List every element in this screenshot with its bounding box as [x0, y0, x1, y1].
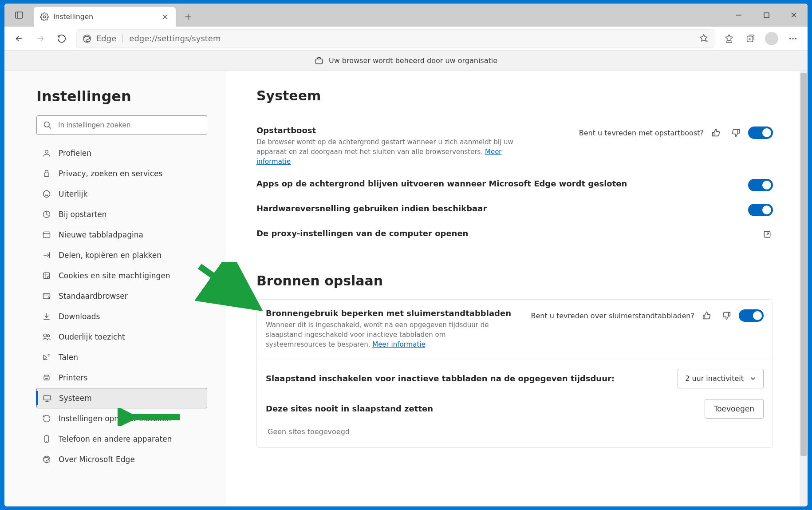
nav-icon: 字	[42, 353, 51, 362]
maximize-button[interactable]	[753, 4, 780, 27]
section-heading-resources: Bronnen opslaan	[256, 273, 773, 289]
sidebar-item[interactable]: Instellingen opnieuw instellen	[36, 408, 207, 429]
sidebar-item[interactable]: Bij opstarten	[36, 204, 207, 225]
gear-icon	[40, 12, 49, 21]
thumbs-down-button[interactable]	[729, 126, 743, 140]
sidebar-item[interactable]: 字Talen	[36, 347, 207, 368]
settings-sidebar: Instellingen ProfielenPrivacy, zoeken en…	[4, 71, 226, 506]
org-managed-text: Uw browser wordt beheerd door uw organis…	[329, 56, 497, 65]
never-sleep-label: Deze sites nooit in slaapstand zetten	[266, 404, 433, 413]
nav-icon	[42, 190, 51, 198]
nav-icon	[42, 251, 51, 260]
sidebar-item[interactable]: Printers	[36, 368, 207, 388]
sidebar-item[interactable]: Uiterlijk	[36, 184, 207, 204]
sidebar-item[interactable]: Privacy, zoeken en services	[36, 163, 207, 184]
nav-item-label: Bij opstarten	[59, 210, 107, 219]
nav-item-label: Systeem	[59, 394, 92, 403]
window-controls	[725, 4, 808, 27]
sidebar-item[interactable]: Telefoon en andere apparaten	[36, 429, 207, 449]
scrollbar[interactable]	[800, 71, 808, 506]
plus-icon	[185, 13, 192, 20]
sidebar-item[interactable]: Profielen	[36, 143, 207, 163]
tab-title: Instellingen	[53, 13, 154, 21]
sleep-tabs-toggle[interactable]	[739, 309, 764, 322]
sleep-after-select[interactable]: 2 uur inactiviteit	[678, 369, 764, 388]
dots-icon	[788, 34, 798, 43]
profile-button[interactable]	[761, 29, 782, 48]
svg-point-18	[48, 297, 49, 298]
tab-bar: Instellingen	[4, 4, 808, 27]
sidebar-heading: Instellingen	[36, 88, 207, 105]
nav-item-label: Cookies en site machtigingen	[59, 271, 170, 280]
star-list-icon	[724, 34, 734, 43]
svg-point-12	[43, 191, 50, 198]
nav-item-label: Profielen	[59, 149, 91, 158]
sleep-tabs-desc: Wanneer dit is ingeschakeld, wordt na ee…	[266, 320, 497, 349]
thumbs-up-icon	[702, 311, 712, 320]
sidebar-item[interactable]: Cookies en site machtigingen	[36, 265, 207, 286]
hw-accel-toggle[interactable]	[748, 204, 773, 216]
add-site-button[interactable]: Toevoegen	[705, 399, 764, 419]
svg-point-1	[43, 16, 46, 18]
favorite-button[interactable]	[699, 34, 709, 43]
address-prefix: Edge	[96, 34, 123, 43]
sleep-tabs-title: Bronnengebruik beperken met sluimerstand…	[266, 308, 511, 318]
new-tab-button[interactable]	[179, 8, 197, 26]
briefcase-icon	[315, 56, 323, 65]
sidebar-item[interactable]: Downloads	[36, 306, 207, 327]
collections-button[interactable]	[740, 29, 761, 48]
setting-startup-boost: Opstartboost De browser wordt op de acht…	[256, 119, 773, 173]
nav-item-label: Printers	[59, 373, 87, 382]
thumbs-up-button[interactable]	[700, 308, 714, 323]
nav-icon	[42, 373, 51, 382]
sidebar-item[interactable]: Standaardbrowser	[36, 286, 207, 306]
back-button[interactable]	[9, 29, 29, 48]
nav-icon	[42, 271, 51, 280]
nav-item-label: Nieuwe tabbladpagina	[59, 230, 143, 239]
tab-actions-button[interactable]	[4, 4, 34, 27]
nav-icon	[42, 312, 51, 321]
tab-actions-icon	[15, 11, 24, 20]
search-input[interactable]	[58, 121, 201, 130]
background-apps-title: Apps op de achtergrond blijven uitvoeren…	[256, 179, 627, 188]
active-tab[interactable]: Instellingen	[34, 7, 176, 27]
svg-rect-11	[44, 173, 49, 176]
svg-point-6	[792, 38, 793, 39]
favorites-button[interactable]	[719, 29, 739, 48]
maximize-icon	[764, 12, 769, 18]
minimize-icon	[736, 12, 742, 18]
sidebar-item[interactable]: Systeem	[36, 388, 207, 408]
forward-button[interactable]	[30, 29, 51, 48]
sidebar-item[interactable]: Nieuwe tabbladpagina	[36, 225, 207, 245]
search-icon	[43, 121, 52, 130]
proxy-title: De proxy-instellingen van de computer op…	[256, 229, 468, 238]
collections-icon	[745, 34, 755, 43]
svg-point-16	[47, 277, 50, 279]
hw-accel-title: Hardwareversnelling gebruiken indien bes…	[256, 204, 487, 213]
thumbs-down-icon	[731, 128, 741, 138]
chevron-down-icon	[750, 376, 756, 382]
menu-button[interactable]	[783, 29, 803, 48]
thumbs-down-button[interactable]	[719, 308, 733, 323]
refresh-button[interactable]	[51, 29, 72, 48]
nav-item-label: Delen, kopiëren en plakken	[59, 251, 162, 260]
sleep-tabs-learn-more-link[interactable]: Meer informatie	[372, 340, 425, 348]
background-apps-toggle[interactable]	[748, 179, 773, 191]
nav-icon	[42, 455, 51, 464]
setting-proxy[interactable]: De proxy-instellingen van de computer op…	[256, 222, 773, 246]
startup-boost-toggle[interactable]	[748, 127, 773, 139]
sidebar-item[interactable]: Ouderlijk toezicht	[36, 327, 207, 347]
nav-item-label: Telefoon en andere apparaten	[59, 435, 172, 443]
close-window-button[interactable]	[780, 4, 808, 27]
address-bar[interactable]: Edge edge://settings/system	[76, 29, 714, 48]
tab-close-button[interactable]	[159, 11, 171, 23]
settings-search[interactable]	[36, 115, 207, 135]
minimize-button[interactable]	[725, 4, 753, 27]
thumbs-up-button[interactable]	[709, 126, 723, 140]
sidebar-item[interactable]: Over Microsoft Edge	[36, 449, 207, 470]
nav-item-label: Downloads	[59, 312, 100, 321]
nav-item-label: Standaardbrowser	[59, 292, 128, 300]
arrow-left-icon	[14, 34, 24, 43]
sidebar-item[interactable]: Delen, kopiëren en plakken	[36, 245, 207, 265]
scrollbar-thumb[interactable]	[800, 73, 807, 456]
